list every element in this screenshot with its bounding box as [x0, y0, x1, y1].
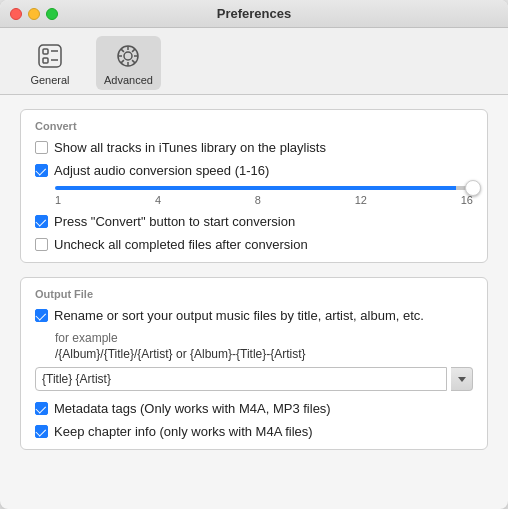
toolbar-item-general[interactable]: General: [20, 36, 80, 90]
option-uncheck-completed: Uncheck all completed files after conver…: [35, 237, 473, 252]
minimize-button[interactable]: [28, 8, 40, 20]
svg-line-11: [122, 49, 125, 52]
close-button[interactable]: [10, 8, 22, 20]
svg-line-12: [133, 60, 136, 63]
format-example: /{Album}/{Title}/{Artist} or {Album}-{Ti…: [55, 347, 473, 361]
label-uncheck-completed: Uncheck all completed files after conver…: [54, 237, 308, 252]
option-show-all-tracks: Show all tracks in iTunes library on the…: [35, 140, 473, 155]
svg-rect-1: [43, 49, 48, 54]
label-keep-chapter: Keep chapter info (only works with M4A f…: [54, 424, 313, 439]
option-keep-chapter: Keep chapter info (only works with M4A f…: [35, 424, 473, 439]
svg-rect-0: [39, 45, 61, 67]
checkbox-keep-chapter[interactable]: [35, 425, 48, 438]
toolbar: General Advanced: [0, 28, 508, 95]
convert-section: Convert Show all tracks in iTunes librar…: [20, 109, 488, 263]
zoom-button[interactable]: [46, 8, 58, 20]
toolbar-item-advanced[interactable]: Advanced: [96, 36, 161, 90]
slider-label-4: 4: [155, 194, 161, 206]
speed-slider-container: 1 4 8 12 16: [55, 186, 473, 206]
option-press-convert: Press "Convert" button to start conversi…: [35, 214, 473, 229]
svg-line-13: [133, 49, 136, 52]
slider-labels: 1 4 8 12 16: [55, 194, 473, 206]
title-bar: Preferences: [0, 0, 508, 28]
toolbar-label-general: General: [30, 74, 69, 86]
label-rename-sort: Rename or sort your output music files b…: [54, 308, 424, 323]
format-dropdown-button[interactable]: [451, 367, 473, 391]
example-label: for example: [55, 331, 473, 345]
slider-track[interactable]: [55, 186, 473, 190]
slider-label-12: 12: [355, 194, 367, 206]
slider-thumb[interactable]: [465, 180, 481, 196]
option-adjust-audio: Adjust audio conversion speed (1-16): [35, 163, 473, 178]
option-rename-sort: Rename or sort your output music files b…: [35, 308, 473, 323]
checkbox-metadata-tags[interactable]: [35, 402, 48, 415]
label-press-convert: Press "Convert" button to start conversi…: [54, 214, 295, 229]
window-title: Preferences: [217, 6, 291, 21]
checkbox-press-convert[interactable]: [35, 215, 48, 228]
checkbox-uncheck-completed[interactable]: [35, 238, 48, 251]
checkbox-show-all-tracks[interactable]: [35, 141, 48, 154]
label-show-all-tracks: Show all tracks in iTunes library on the…: [54, 140, 326, 155]
convert-section-title: Convert: [35, 120, 473, 132]
svg-point-6: [124, 52, 132, 60]
preferences-window: Preferences General: [0, 0, 508, 509]
label-metadata-tags: Metadata tags (Only works with M4A, MP3 …: [54, 401, 331, 416]
slider-label-8: 8: [255, 194, 261, 206]
output-section-title: Output File: [35, 288, 473, 300]
format-input-row: [35, 367, 473, 391]
dropdown-arrow-icon: [458, 377, 466, 382]
output-section: Output File Rename or sort your output m…: [20, 277, 488, 450]
general-icon: [34, 40, 66, 72]
slider-label-1: 1: [55, 194, 61, 206]
svg-line-14: [122, 60, 125, 63]
checkbox-rename-sort[interactable]: [35, 309, 48, 322]
traffic-lights: [10, 8, 58, 20]
option-metadata-tags: Metadata tags (Only works with M4A, MP3 …: [35, 401, 473, 416]
label-adjust-audio: Adjust audio conversion speed (1-16): [54, 163, 269, 178]
svg-rect-3: [43, 58, 48, 63]
checkbox-adjust-audio[interactable]: [35, 164, 48, 177]
toolbar-label-advanced: Advanced: [104, 74, 153, 86]
format-input[interactable]: [35, 367, 447, 391]
content-area: Convert Show all tracks in iTunes librar…: [0, 95, 508, 509]
advanced-icon: [112, 40, 144, 72]
